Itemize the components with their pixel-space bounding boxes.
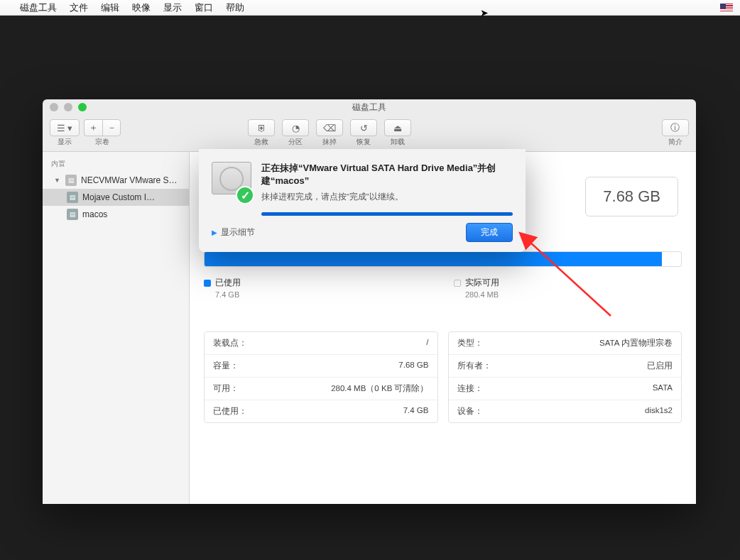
info-button[interactable]: ⓘ	[662, 119, 689, 136]
table-row: 所有者：已启用	[449, 355, 682, 378]
volume-label: 宗卷	[95, 137, 109, 147]
disclosure-triangle-icon[interactable]: ▼	[54, 177, 61, 184]
sidebar-disk-label: NECVMWar VMware S…	[81, 175, 178, 185]
sheet-subtitle: 抹掉进程完成，请点按“完成”以继续。	[261, 192, 513, 202]
info-label: 简介	[668, 137, 682, 147]
restore-icon: ↺	[360, 123, 368, 133]
sheet-progress-bar	[261, 212, 513, 216]
info-icon: ⓘ	[670, 121, 680, 134]
legend-used-value: 7.4 GB	[215, 290, 241, 299]
first-aid-label: 急救	[254, 137, 268, 147]
table-row: 连接：SATA	[449, 378, 682, 400]
stethoscope-icon: ⛨	[257, 123, 266, 133]
input-source-flag-icon[interactable]	[720, 4, 733, 12]
menubar-help[interactable]: 帮助	[226, 1, 244, 14]
table-row: 容量：7.68 GB	[205, 355, 437, 378]
sidebar-header-internal: 内置	[43, 156, 189, 172]
table-row: 设备：disk1s2	[449, 400, 682, 422]
menubar-image[interactable]: 映像	[132, 1, 151, 14]
legend-used-label: 已使用	[215, 277, 241, 289]
volume-segmented: ＋ －	[84, 119, 121, 136]
pie-icon: ◔	[292, 123, 300, 133]
swatch-used-icon	[204, 280, 211, 287]
checkmark-badge-icon: ✓	[236, 186, 254, 204]
table-row: 装载点：/	[205, 332, 437, 355]
sidebar-subvolume-row[interactable]: ▤ macos	[43, 206, 189, 223]
table-row: 类型：SATA 内置物理宗卷	[449, 332, 682, 355]
play-triangle-icon: ▶	[212, 229, 217, 236]
partition-label: 分区	[288, 137, 303, 147]
menubar-file[interactable]: 文件	[70, 1, 88, 14]
restore-button[interactable]: ↺	[350, 119, 377, 136]
usage-bar-used	[205, 252, 662, 266]
partition-button[interactable]: ◔	[282, 119, 309, 136]
menubar: 磁盘工具 文件 编辑 映像 显示 窗口 帮助	[0, 0, 740, 16]
sheet-title: 正在抹掉“VMware Virtual SATA Hard Drive Medi…	[261, 162, 513, 187]
toolbar: ☰ ▾ 显示 ＋ － 宗卷 ⛨急救 ◔分区 ⌫抹掉 ↺恢复 ⏏卸载 ⓘ 简介	[43, 115, 696, 152]
menubar-edit[interactable]: 编辑	[101, 1, 119, 14]
erase-button[interactable]: ⌫	[316, 119, 343, 136]
info-col-right: 类型：SATA 内置物理宗卷 所有者：已启用 连接：SATA 设备：disk1s…	[448, 331, 682, 423]
sidebar-disk-row[interactable]: ▼ ▤ NECVMWar VMware S…	[43, 172, 189, 189]
info-table: 装载点：/ 容量：7.68 GB 可用：280.4 MB（0 KB 可清除） 已…	[204, 331, 682, 423]
sidebar-volume-label: Mojave Custom I…	[82, 192, 155, 202]
view-mode-button[interactable]: ☰ ▾	[50, 119, 80, 136]
done-button[interactable]: 完成	[466, 223, 513, 242]
sidebar: 内置 ▼ ▤ NECVMWar VMware S… ▤ Mojave Custo…	[43, 152, 190, 504]
traffic-lights	[50, 103, 87, 111]
unmount-label: 卸载	[391, 137, 405, 147]
menubar-view[interactable]: 显示	[163, 1, 182, 14]
hard-drive-large-icon: ✓	[212, 162, 251, 202]
legend-free: 实际可用 280.4 MB	[454, 277, 499, 299]
unmount-button[interactable]: ⏏	[384, 119, 411, 136]
show-details-label: 显示细节	[221, 227, 255, 238]
first-aid-button[interactable]: ⛨	[248, 119, 275, 136]
swatch-free-icon	[454, 280, 461, 287]
capacity-box: 7.68 GB	[585, 177, 678, 216]
volume-icon: ▤	[67, 192, 78, 203]
legend-free-label: 实际可用	[465, 277, 499, 289]
window-title: 磁盘工具	[352, 101, 386, 114]
usage-bar	[204, 251, 682, 267]
legend-used: 已使用 7.4 GB	[204, 277, 241, 299]
show-details-button[interactable]: ▶ 显示细节	[212, 227, 255, 238]
menubar-window[interactable]: 窗口	[195, 1, 213, 14]
titlebar: 磁盘工具	[43, 99, 696, 115]
eraser-icon: ⌫	[323, 123, 336, 133]
view-label: 显示	[58, 137, 72, 147]
restore-label: 恢复	[357, 137, 371, 147]
table-row: 可用：280.4 MB（0 KB 可清除）	[205, 378, 437, 400]
info-col-left: 装载点：/ 容量：7.68 GB 可用：280.4 MB（0 KB 可清除） 已…	[204, 331, 438, 423]
eject-icon: ⏏	[393, 123, 402, 133]
remove-volume-button[interactable]: －	[102, 119, 121, 136]
legend-free-value: 280.4 MB	[465, 290, 499, 299]
volume-icon: ▤	[67, 209, 78, 220]
hard-drive-icon: ▤	[65, 175, 77, 186]
sidebar-subvolume-label: macos	[82, 209, 107, 219]
erase-complete-sheet: ✓ 正在抹掉“VMware Virtual SATA Hard Drive Me…	[199, 149, 526, 252]
minimize-button[interactable]	[64, 103, 72, 111]
zoom-button[interactable]	[78, 103, 87, 111]
table-row: 已使用：7.4 GB	[205, 400, 437, 422]
sidebar-volume-row[interactable]: ▤ Mojave Custom I…	[43, 189, 189, 206]
erase-label: 抹掉	[322, 137, 337, 147]
menubar-app[interactable]: 磁盘工具	[20, 1, 57, 14]
close-button[interactable]	[50, 103, 58, 111]
add-volume-button[interactable]: ＋	[84, 119, 102, 136]
